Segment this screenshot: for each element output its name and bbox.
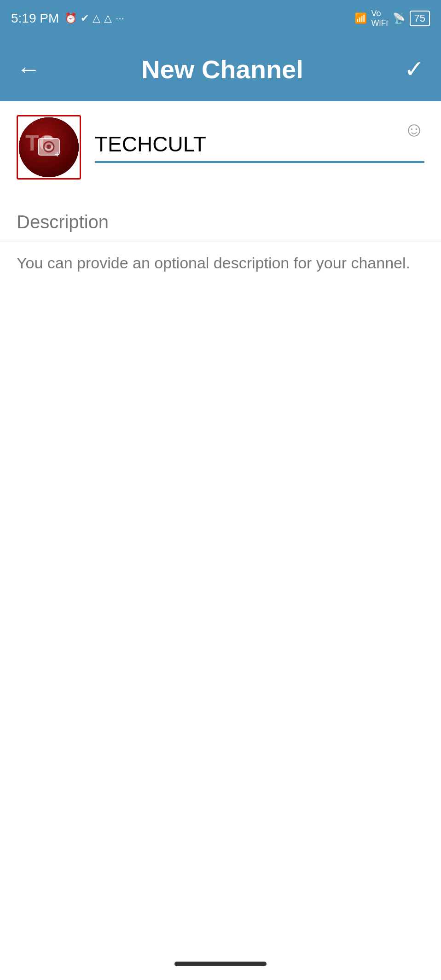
home-indicator — [174, 962, 267, 966]
svg-text:+: + — [55, 150, 60, 159]
status-bar: 5:19 PM ⏰ ✔ △ △ ··· 📶 VoWiFi 📡 75 — [0, 0, 441, 37]
battery-icon: 75 — [410, 11, 430, 26]
app-bar: ← New Channel ✓ — [0, 37, 441, 101]
status-icons: ⏰ ✔ △ △ ··· — [64, 12, 124, 24]
confirm-button[interactable]: ✓ — [404, 55, 424, 83]
input-underline — [95, 161, 424, 163]
name-input-row: ☺ — [95, 132, 424, 161]
status-time: 5:19 PM — [11, 11, 59, 26]
status-bar-left: 5:19 PM ⏰ ✔ △ △ ··· — [11, 11, 124, 26]
svg-point-5 — [46, 145, 51, 149]
svg-rect-6 — [44, 136, 52, 139]
page-title: New Channel — [141, 54, 303, 84]
description-section — [0, 193, 441, 242]
emoji-button[interactable]: ☺ — [404, 118, 424, 141]
alarm-icon: ⏰ — [64, 12, 77, 24]
avatar-image: TC + — [19, 117, 79, 177]
drive-icon: △ — [93, 12, 100, 24]
avatar-name-row: TC + ☺ — [0, 101, 441, 193]
check-icon: ✔ — [81, 12, 89, 24]
description-input[interactable] — [17, 212, 424, 232]
more-icon: ··· — [116, 12, 124, 24]
channel-name-wrapper: ☺ — [95, 132, 424, 163]
avatar-svg: TC + — [19, 117, 79, 177]
avatar-picker[interactable]: TC + — [17, 115, 81, 180]
vowifi-icon: VoWiFi — [371, 9, 388, 28]
back-button[interactable]: ← — [17, 55, 41, 83]
wifi-icon: 📡 — [393, 12, 405, 24]
description-hint: You can provide an optional description … — [0, 242, 441, 284]
drive-icon-2: △ — [104, 12, 112, 24]
channel-name-input[interactable] — [95, 132, 424, 161]
signal-icon: 📶 — [354, 12, 367, 24]
status-bar-right: 📶 VoWiFi 📡 75 — [354, 9, 430, 28]
content-area: TC + ☺ You can provide a — [0, 101, 441, 284]
